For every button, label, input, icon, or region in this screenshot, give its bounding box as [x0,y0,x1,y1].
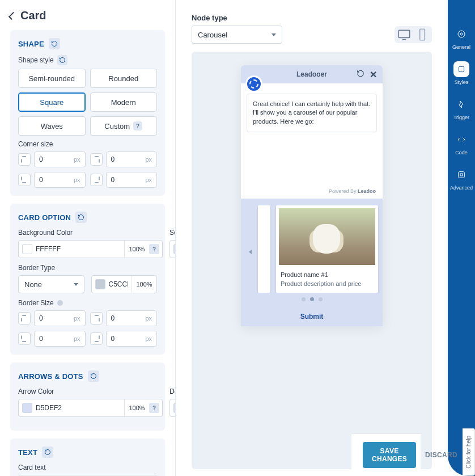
border-type-select[interactable]: None [18,275,84,293]
chat-window: Leadooer ✕ Great choice! I can certainly… [241,65,383,326]
submit-button[interactable]: Submit [241,307,383,326]
border-pct: 100% [132,276,156,293]
corner-br-input[interactable]: px [106,172,158,188]
reset-card-option-button[interactable] [75,212,87,223]
bsize-bl-input[interactable]: px [34,331,86,347]
svg-point-4 [458,31,465,37]
sel-color-label: Selection Color [169,229,175,237]
card-option-heading: CARD OPTION [18,213,71,222]
nav-trigger[interactable]: Trigger [453,96,469,120]
bot-avatar [245,75,262,92]
border-type-label: Border Type [18,264,157,272]
arrow-swatch[interactable] [22,403,32,413]
dot[interactable] [302,297,306,301]
help-tab[interactable]: Click for help [463,428,475,476]
carousel-card-peek-left[interactable] [258,205,270,293]
bsize-tl-input[interactable]: px [34,310,86,326]
arrow-pct: 100% [124,399,149,416]
shape-panel: SHAPE Shape style Semi-rounded Rounded S… [10,30,165,196]
sel-swatch[interactable] [173,244,175,254]
page-title: Card [20,9,46,22]
reset-shape-button[interactable] [49,38,60,49]
arrow-color-field[interactable]: 100% ? [18,399,163,417]
card-desc: Product description and price [281,280,374,287]
device-toggle [395,26,432,43]
carousel-dots [241,297,383,301]
shape-option-semi-rounded[interactable]: Semi-rounded [18,69,86,88]
shape-option-square[interactable]: Square [18,92,86,112]
corner-tr-input[interactable]: px [106,151,158,167]
nav-code[interactable]: Code [453,132,469,155]
dot[interactable] [319,297,323,301]
card-name: Product name #1 [281,271,374,278]
bg-swatch[interactable] [22,244,32,254]
close-icon[interactable]: ✕ [370,69,377,80]
border-hex-input[interactable] [105,280,132,288]
back-icon[interactable] [9,11,16,19]
save-button[interactable]: SAVE CHANGES [363,442,416,468]
right-nav: General Styles Trigger Code Advanced [448,0,475,476]
shape-style-label: Shape style [18,55,157,65]
shape-option-waves[interactable]: Waves [18,116,86,136]
corner-tl-icon [18,153,31,166]
info-icon: ? [133,121,142,130]
shape-option-custom[interactable]: Custom? [90,116,158,136]
svg-rect-7 [460,174,463,176]
corner-bl-icon [18,174,31,186]
arrows-dots-panel: ARROWS & DOTS Arrow Color 100% ? Dot col… [10,363,165,431]
svg-rect-6 [459,172,465,178]
svg-rect-5 [459,66,464,71]
desktop-view-button[interactable] [397,28,412,41]
corner-tl-input[interactable]: px [34,151,86,167]
svg-rect-2 [420,29,425,40]
bsize-br-icon [90,332,103,345]
shape-option-modern[interactable]: Modern [90,92,158,112]
mobile-view-button[interactable] [415,28,430,41]
arrow-color-label: Arrow Color [18,387,163,395]
bg-color-label: Background Color [18,229,163,237]
refresh-icon[interactable] [357,70,364,79]
card-text-label: Card text [18,464,157,471]
reset-arrows-dots-button[interactable] [88,370,99,382]
nav-general[interactable]: General [452,26,470,50]
chat-title: Leadooer [296,70,327,78]
arrow-hex-input[interactable] [32,404,124,412]
svg-rect-0 [398,30,410,37]
dot-color-field[interactable]: 100% ? [169,399,175,417]
bsize-tr-input[interactable]: px [106,310,158,326]
bg-hex-input[interactable] [32,245,124,253]
bg-color-field[interactable]: 100% ? [18,240,163,258]
arrows-dots-heading: ARROWS & DOTS [18,372,83,381]
card-option-panel: CARD OPTION Background Color 100% ? Sele… [10,204,165,355]
corner-size-label: Corner size [18,140,157,148]
dot[interactable] [310,297,314,301]
bsize-bl-icon [18,332,31,345]
node-type-label: Node type [192,14,432,22]
card-image [279,208,375,265]
info-icon: ? [149,403,159,413]
reset-shape-style-button[interactable] [57,55,67,65]
svg-point-3 [460,33,463,35]
border-size-label: Border Size [18,299,157,307]
shape-option-rounded[interactable]: Rounded [90,69,158,88]
info-icon: ? [149,244,159,254]
sel-color-field[interactable]: 100% ? [169,240,175,258]
info-icon [57,300,63,306]
dot-swatch[interactable] [173,403,175,413]
discard-button[interactable]: DISCARD [425,451,457,459]
bsize-tr-icon [90,312,103,325]
dot-color-label: Dot color [169,387,175,395]
preview-canvas: Leadooer ✕ Great choice! I can certainly… [192,52,432,469]
corner-tr-icon [90,153,103,166]
border-color-field[interactable]: 100% [91,275,158,293]
bsize-tl-icon [18,312,31,325]
node-type-select[interactable]: Carousel [192,26,282,44]
carousel-card[interactable]: Product name #1 Product description and … [276,205,378,293]
nav-styles[interactable]: Styles [453,61,469,85]
reset-text-button[interactable] [42,446,53,458]
bsize-br-input[interactable]: px [106,331,158,347]
chevron-down-icon [74,283,78,286]
corner-bl-input[interactable]: px [34,172,86,188]
nav-advanced[interactable]: Advanced [450,167,473,191]
border-swatch[interactable] [95,279,105,289]
